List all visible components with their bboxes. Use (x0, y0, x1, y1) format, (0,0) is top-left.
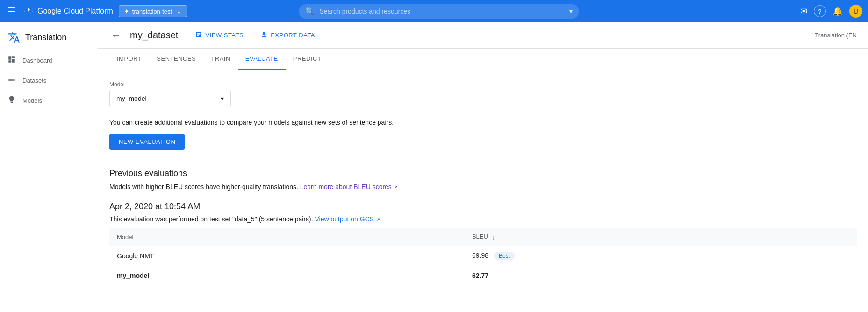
search-input[interactable] (319, 7, 565, 15)
tabs-bar: IMPORT SENTENCES TRAIN EVALUATE PREDICT (98, 49, 868, 70)
tab-sentences[interactable]: SENTENCES (149, 49, 203, 70)
top-navigation: ☰ Google Cloud Platform ✦ translation-te… (0, 0, 868, 22)
export-data-icon (260, 31, 268, 40)
project-selector[interactable]: ✦ translation-test ⌄ (119, 5, 187, 17)
page-header-actions: VIEW STATS EXPORT DATA (191, 28, 319, 43)
datasets-icon (7, 75, 16, 86)
back-button[interactable]: ← (109, 28, 122, 43)
col-bleu: BLEU ↓ (465, 228, 857, 246)
model-selector-section: Model my_model ▾ (109, 81, 857, 107)
eval-entry: Apr 2, 2020 at 10:54 AM This evaluation … (109, 202, 857, 285)
help-icon[interactable]: ? (814, 5, 826, 17)
brand-icon (23, 5, 34, 18)
sidebar-item-models[interactable]: Models (0, 91, 94, 111)
eval-description: This evaluation was performed on test se… (109, 215, 857, 223)
main-content: ← my_dataset VIEW STATS EXPORT DATA Tran… (98, 22, 868, 312)
content-area: Model my_model ▾ You can create addition… (98, 70, 868, 308)
table-row: my_model 62.77 (109, 266, 857, 285)
page-right-label: Translation (EN (815, 32, 857, 39)
search-icon: 🔍 (305, 7, 315, 16)
col-model: Model (109, 228, 465, 246)
view-stats-label: VIEW STATS (205, 32, 244, 39)
project-name: translation-test (132, 8, 172, 15)
bleu-desc-text: Models with higher BLEU scores have high… (109, 183, 298, 191)
export-data-label: EXPORT DATA (271, 32, 315, 39)
table-header-row: Model BLEU ↓ (109, 228, 857, 246)
bleu-external-icon: ↗ (394, 184, 398, 190)
best-badge: Best (494, 252, 515, 260)
sidebar-item-label: Models (22, 97, 42, 104)
view-stats-icon (195, 31, 202, 40)
table-row: Google NMT 69.98 Best (109, 246, 857, 266)
model-select-arrow: ▾ (221, 95, 224, 102)
sidebar-item-label: Datasets (22, 77, 46, 84)
brand-name: Google Cloud Platform (37, 7, 113, 15)
gcs-external-icon: ↗ (376, 217, 380, 222)
bleu-link[interactable]: Learn more about BLEU scores ↗ (300, 183, 398, 191)
tab-train[interactable]: TRAIN (203, 49, 238, 70)
tab-predict[interactable]: PREDICT (286, 49, 329, 70)
page-header: ← my_dataset VIEW STATS EXPORT DATA Tran… (98, 22, 868, 49)
table-cell-model: Google NMT (109, 246, 465, 266)
sidebar-item-datasets[interactable]: Datasets (0, 71, 94, 91)
tab-import[interactable]: IMPORT (109, 49, 149, 70)
previous-evaluations-section: Previous evaluations Models with higher … (109, 169, 857, 285)
model-label: Model (109, 81, 857, 88)
export-data-button[interactable]: EXPORT DATA (257, 28, 319, 43)
sidebar-app-name: Translation (25, 33, 66, 43)
translation-icon (7, 31, 21, 44)
eval-date: Apr 2, 2020 at 10:54 AM (109, 202, 857, 212)
eval-table: Model BLEU ↓ Google NMT (109, 228, 857, 285)
table-cell-model: my_model (109, 266, 465, 285)
new-evaluation-button[interactable]: NEW EVALUATION (109, 134, 185, 150)
model-select-dropdown[interactable]: my_model ▾ (109, 90, 231, 107)
nav-right-actions: ✉ ? 🔔 U (797, 3, 862, 19)
mail-icon[interactable]: ✉ (797, 3, 810, 19)
page-title: my_dataset (130, 30, 178, 41)
view-output-gcs-link[interactable]: View output on GCS ↗ (315, 215, 380, 223)
project-icon: ✦ (124, 7, 129, 15)
search-bar[interactable]: 🔍 ▾ (299, 4, 579, 19)
view-stats-button[interactable]: VIEW STATS (191, 28, 247, 43)
sidebar: Translation Dashboard Datasets Models (0, 22, 98, 312)
sidebar-item-dashboard[interactable]: Dashboard (0, 50, 94, 71)
search-dropdown-icon[interactable]: ▾ (569, 7, 573, 15)
eval-desc-text: This evaluation was performed on test se… (109, 215, 313, 223)
model-select-value: my_model (116, 95, 147, 102)
project-dropdown-icon: ⌄ (177, 8, 182, 15)
app-layout: Translation Dashboard Datasets Models ← … (0, 22, 868, 312)
models-icon (7, 95, 16, 106)
avatar[interactable]: U (849, 5, 862, 18)
prev-evals-title: Previous evaluations (109, 169, 857, 178)
table-cell-bleu: 62.77 (465, 266, 857, 285)
brand-logo: Google Cloud Platform (23, 5, 113, 18)
bleu-description: Models with higher BLEU scores have high… (109, 183, 857, 191)
table-cell-bleu: 69.98 Best (465, 246, 857, 266)
sidebar-item-label: Dashboard (22, 57, 52, 64)
info-text: You can create additional evaluations to… (109, 119, 857, 126)
menu-icon[interactable]: ☰ (6, 4, 18, 19)
sidebar-app-header: Translation (0, 26, 98, 50)
bleu-sort-icon[interactable]: ↓ (492, 234, 495, 241)
tab-evaluate[interactable]: EVALUATE (238, 49, 286, 70)
notifications-icon[interactable]: 🔔 (830, 3, 846, 19)
dashboard-icon (7, 55, 16, 66)
